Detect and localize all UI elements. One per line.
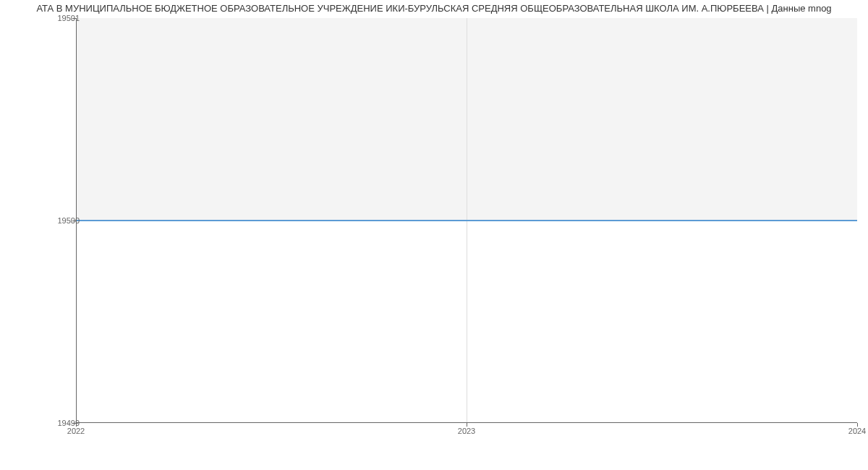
x-tick-label: 2022 — [67, 427, 85, 435]
chart-title: АТА В МУНИЦИПАЛЬНОЕ БЮДЖЕТНОЕ ОБРАЗОВАТЕ… — [0, 0, 868, 14]
x-tick-label: 2024 — [848, 427, 866, 435]
grid-region — [76, 18, 857, 423]
chart-container: АТА В МУНИЦИПАЛЬНОЕ БЮДЖЕТНОЕ ОБРАЗОВАТЕ… — [0, 0, 868, 470]
x-tick-label: 2023 — [458, 427, 475, 435]
data-line — [76, 220, 857, 221]
y-tick-label: 19500 — [57, 216, 80, 225]
plot-area — [76, 18, 857, 423]
y-tick-label: 19501 — [57, 14, 80, 22]
